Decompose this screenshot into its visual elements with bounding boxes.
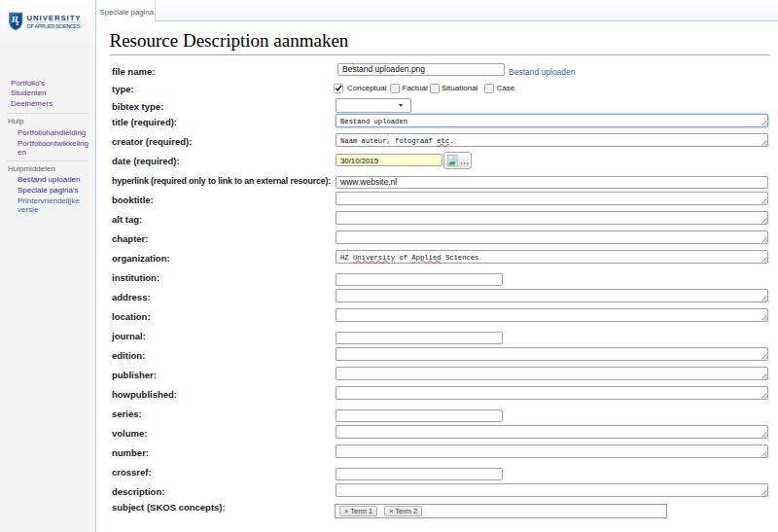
svg-text:OF APPLIED SCIENCES: OF APPLIED SCIENCES [27,23,81,29]
svg-text:z: z [16,18,19,27]
svg-text:UNIVERSITY: UNIVERSITY [27,14,82,22]
